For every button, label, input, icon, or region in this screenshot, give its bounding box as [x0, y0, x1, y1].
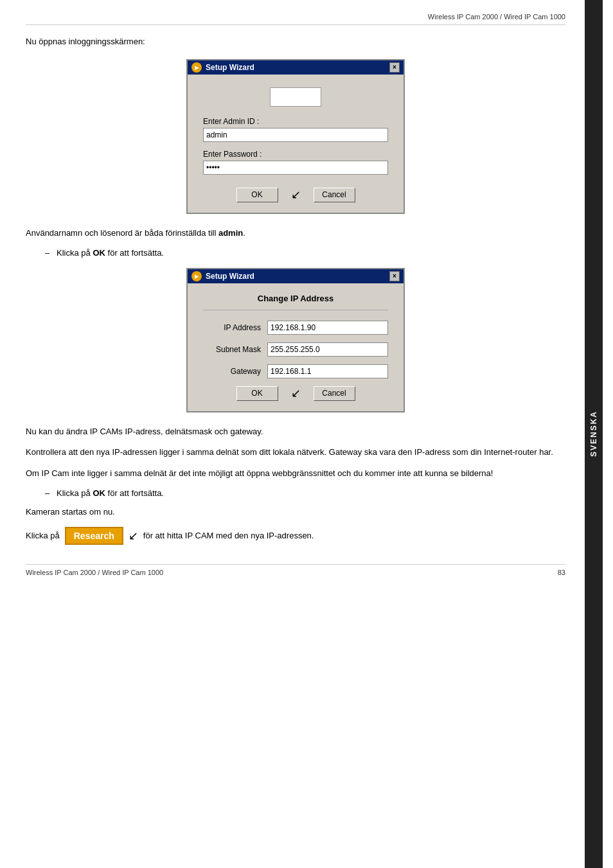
dialog2-icon [191, 271, 202, 281]
dialog2-ok-button[interactable]: OK [236, 386, 278, 401]
footer-left: Wireless IP Cam 2000 / Wired IP Cam 1000 [26, 569, 163, 576]
footer: Wireless IP Cam 2000 / Wired IP Cam 1000… [26, 564, 565, 576]
cursor1: ↙ [291, 188, 301, 202]
ip-note2: Kontrollera att den nya IP-adressen ligg… [26, 446, 565, 459]
admin-note-end: . [243, 228, 245, 238]
ip-note3-text: Om IP Cam inte ligger i samma delnät är … [26, 468, 493, 478]
dialog2-body: Change IP Address IP Address Subnet Mask… [188, 283, 404, 411]
ip-label: IP Address [203, 323, 261, 332]
admin-note-before: Användarnamn och lösenord är båda förins… [26, 228, 218, 238]
dialog1-title: Setup Wizard [206, 63, 254, 72]
intro-line: Nu öppnas inloggningsskärmen: [26, 35, 565, 49]
gateway-row: Gateway [203, 364, 388, 378]
bullet1-bold: OK [93, 248, 105, 258]
dialog1-titlebar: Setup Wizard × [188, 60, 404, 75]
dialog1-cancel-button[interactable]: Cancel [314, 188, 355, 202]
dialog2-title: Setup Wizard [206, 272, 254, 281]
side-tab-label: SVENSKA [589, 411, 598, 457]
password-label: Enter Password : [203, 150, 388, 159]
research-section: Klicka på Research ↙ för att hitta IP CA… [26, 527, 565, 545]
dialog1-close-button[interactable]: × [389, 62, 400, 73]
cursor3: ↙ [129, 529, 138, 543]
ip-section-title: Change IP Address [203, 294, 388, 310]
dialog2-title-area: Setup Wizard [191, 271, 254, 281]
logo-placeholder [270, 87, 321, 107]
ip-input[interactable] [267, 321, 388, 335]
bullet2-before: – Klicka på [45, 488, 93, 498]
subnet-row: Subnet Mask [203, 342, 388, 357]
password-input[interactable] [203, 161, 388, 175]
bullet2: – Klicka på OK för att fortsätta. [45, 488, 565, 498]
cursor2: ↙ [291, 386, 301, 401]
bullet2-bold: OK [93, 488, 105, 498]
dialog2: Setup Wizard × Change IP Address IP Addr… [186, 268, 405, 412]
bullet2-end: för att fortsätta. [105, 488, 164, 498]
page-container: Wireless IP Cam 2000 / Wired IP Cam 1000… [0, 0, 613, 868]
dialog2-buttons: OK ↙ Cancel [203, 386, 388, 401]
restart-line: Kameran startas om nu. [26, 506, 565, 519]
restart-text: Kameran startas om nu. [26, 507, 115, 517]
gateway-input[interactable] [267, 364, 388, 378]
dialog1: Setup Wizard × Enter Admin ID : Enter Pa… [186, 59, 405, 214]
ip-note2-text: Kontrollera att den nya IP-adressen ligg… [26, 447, 553, 457]
dialog1-ok-button[interactable]: OK [236, 188, 278, 202]
bullet1: – Klicka på OK för att fortsätta. [45, 248, 565, 258]
admin-id-input[interactable] [203, 128, 388, 142]
side-tab: SVENSKA [585, 0, 603, 868]
dialog1-title-area: Setup Wizard [191, 62, 254, 73]
subnet-label: Subnet Mask [203, 345, 261, 354]
admin-note: Användarnamn och lösenord är båda förins… [26, 227, 565, 240]
admin-note-bold: admin [218, 228, 243, 238]
ip-note1-text: Nu kan du ändra IP CAMs IP-adress, delnä… [26, 427, 263, 436]
dialog1-icon [191, 62, 202, 73]
ip-note1: Nu kan du ändra IP CAMs IP-adress, delnä… [26, 425, 565, 439]
dialog2-cancel-button[interactable]: Cancel [314, 386, 355, 401]
bullet1-end: för att fortsätta. [105, 248, 164, 258]
inline-before: Klicka på [26, 531, 60, 540]
admin-id-label: Enter Admin ID : [203, 117, 388, 126]
intro-text: Nu öppnas inloggningsskärmen: [26, 37, 145, 46]
footer-right: 83 [558, 569, 565, 576]
ip-note3: Om IP Cam inte ligger i samma delnät är … [26, 467, 565, 481]
dialog2-titlebar: Setup Wizard × [188, 269, 404, 283]
header: Wireless IP Cam 2000 / Wired IP Cam 1000 [26, 13, 565, 25]
research-button[interactable]: Research [65, 527, 123, 545]
main-content: Wireless IP Cam 2000 / Wired IP Cam 1000… [0, 0, 585, 868]
dialog1-logo [203, 87, 388, 107]
dialog1-body: Enter Admin ID : Enter Password : OK ↙ C… [188, 75, 404, 213]
inline-after: för att hitta IP CAM med den nya IP-adre… [143, 531, 314, 540]
dialog2-wrapper: Setup Wizard × Change IP Address IP Addr… [26, 268, 565, 412]
subnet-input[interactable] [267, 342, 388, 357]
dialog1-buttons: OK ↙ Cancel [203, 188, 388, 202]
dialog2-close-button[interactable]: × [389, 271, 400, 281]
ip-row: IP Address [203, 321, 388, 335]
dialog1-wrapper: Setup Wizard × Enter Admin ID : Enter Pa… [26, 59, 565, 214]
header-title: Wireless IP Cam 2000 / Wired IP Cam 1000 [428, 13, 565, 21]
bullet1-before: – Klicka på [45, 248, 93, 258]
gateway-label: Gateway [203, 367, 261, 376]
